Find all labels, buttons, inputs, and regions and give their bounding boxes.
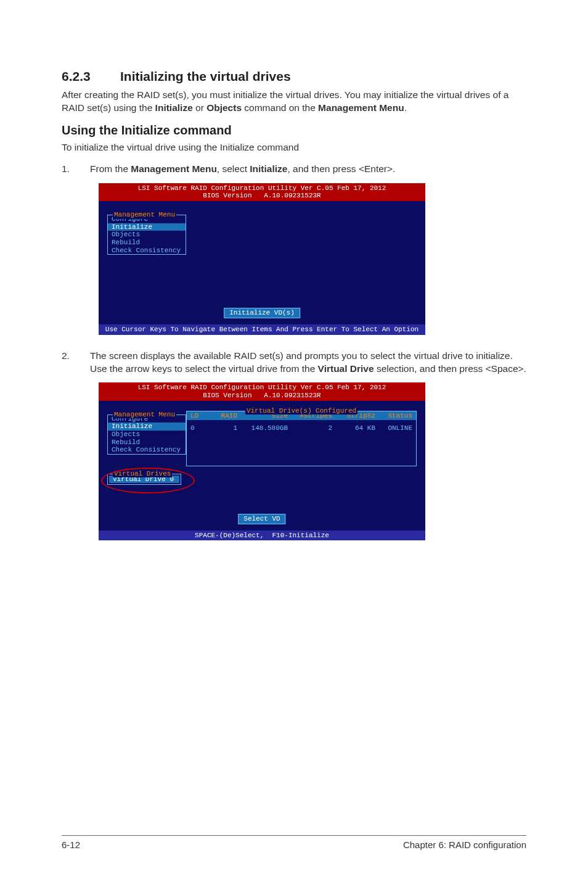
bios-header-line1: LSI Software RAID Configuration Utility … <box>138 384 386 391</box>
cell-status: ONLINE <box>375 424 412 432</box>
bios-header-line2: BIOS Version A.10.09231523R <box>203 192 321 199</box>
page-footer: 6-12 Chapter 6: RAID configuration <box>62 835 526 850</box>
step-2: 2. The screen displays the available RAI… <box>62 350 526 376</box>
menu-item-objects[interactable]: Objects <box>108 231 186 239</box>
page-number: 6-12 <box>62 840 80 850</box>
bios-header: LSI Software RAID Configuration Utility … <box>99 183 425 201</box>
cell-stripsz: 64 KB <box>332 424 375 432</box>
intro-paragraph: After creating the RAID set(s), you must… <box>62 89 526 115</box>
bold-term: Virtual Drive <box>318 363 374 374</box>
bold-term: Management Menu <box>318 102 404 113</box>
menu-item-check-consistency[interactable]: Check Consistency <box>108 247 186 255</box>
col-status: Status <box>375 412 412 420</box>
management-menu-title: Management Menu <box>113 211 176 219</box>
bios-header-line2: BIOS Version A.10.09231523R <box>203 392 321 399</box>
section-heading: 6.2.3Initializing the virtual drives <box>62 69 526 84</box>
vd-configured-table: Virtual Drive(s) Configured LD RAID Size… <box>186 411 417 466</box>
col-ld: LD <box>190 412 208 420</box>
section-title: Initializing the virtual drives <box>120 69 291 83</box>
text-run: From the <box>90 163 131 174</box>
menu-item-initialize[interactable]: Initialize <box>108 423 186 431</box>
cell-size: 148.580GB <box>237 424 288 432</box>
bios-screenshot-1: LSI Software RAID Configuration Utility … <box>99 183 526 335</box>
chapter-title: Chapter 6: RAID configuration <box>403 840 526 850</box>
cell-raid: 1 <box>208 424 237 432</box>
menu-item-check-consistency[interactable]: Check Consistency <box>108 446 186 454</box>
text-run: . <box>404 102 407 113</box>
step-number: 2. <box>62 350 90 376</box>
management-menu-box: Management Menu Configure Initialize Obj… <box>107 415 186 455</box>
cell-ld: 0 <box>190 424 208 432</box>
menu-item-rebuild[interactable]: Rebuild <box>108 439 186 447</box>
col-raid: RAID <box>208 412 237 420</box>
bios-body: Management Menu Configure Initialize Obj… <box>99 401 425 530</box>
bios-header: LSI Software RAID Configuration Utility … <box>99 382 425 400</box>
initialize-vds-label: Initialize VD(s) <box>224 308 300 318</box>
text-run: or <box>193 102 206 113</box>
section-number: 6.2.3 <box>62 69 120 84</box>
bios-footer: Use Cursor Keys To Navigate Between Item… <box>99 324 425 335</box>
bios-body: Management Menu Configure Initialize Obj… <box>99 201 425 324</box>
virtual-drives-box: Virtual Drives Virtual Drive 0 <box>107 474 181 485</box>
bios-screenshot-2: LSI Software RAID Configuration Utility … <box>99 382 526 540</box>
bold-term: Initialize <box>155 102 193 113</box>
bold-term: Initialize <box>250 163 287 174</box>
step-text: The screen displays the available RAID s… <box>90 350 526 376</box>
subsection-intro: To initialize the virtual drive using th… <box>62 141 526 154</box>
cell-stripes: 2 <box>288 424 332 432</box>
text-run: command on the <box>242 102 318 113</box>
menu-item-objects[interactable]: Objects <box>108 431 186 439</box>
vd-table-title: Virtual Drive(s) Configured <box>245 407 357 415</box>
menu-item-rebuild[interactable]: Rebuild <box>108 239 186 247</box>
vd-table-data-row: 0 1 148.580GB 2 64 KB ONLINE <box>187 424 416 433</box>
bold-term: Objects <box>206 102 242 113</box>
bios-footer: SPACE-(De)Select, F10-Initialize <box>99 530 425 541</box>
step-1: 1. From the Management Menu, select Init… <box>62 163 526 176</box>
management-menu-box: Management Menu Configure Initialize Obj… <box>107 215 186 255</box>
bios-header-line1: LSI Software RAID Configuration Utility … <box>138 184 386 192</box>
subsection-heading: Using the Initialize command <box>62 123 526 138</box>
management-menu-title: Management Menu <box>113 411 176 419</box>
step-number: 1. <box>62 163 90 176</box>
text-run: , select <box>217 163 250 174</box>
text-run: selection, and then press <Space>. <box>374 363 526 374</box>
step-text: From the Management Menu, select Initial… <box>90 163 526 176</box>
bold-term: Management Menu <box>131 163 217 174</box>
select-vd-label: Select VD <box>238 514 285 524</box>
text-run: , and then press <Enter>. <box>287 163 395 174</box>
virtual-drives-title: Virtual Drives <box>113 470 172 478</box>
menu-item-initialize[interactable]: Initialize <box>108 223 186 231</box>
